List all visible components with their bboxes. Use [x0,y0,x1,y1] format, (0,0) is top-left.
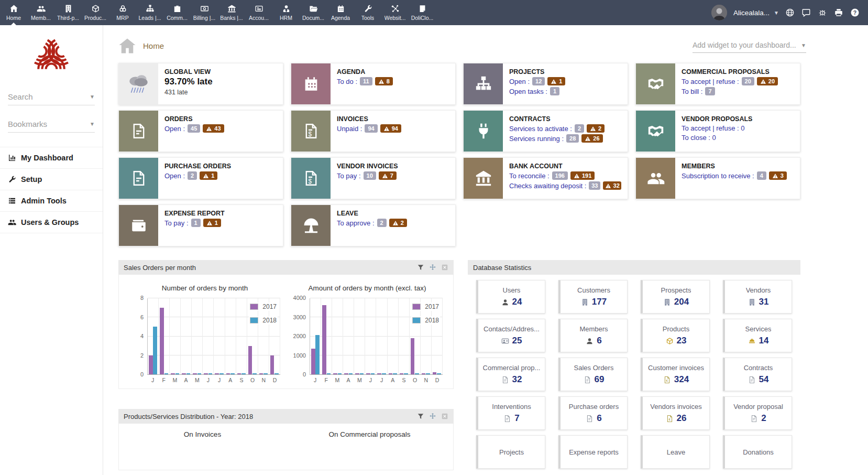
stat-card-contracts[interactable]: Contracts54 [723,358,792,391]
nav-item-hrm[interactable]: HRM [272,0,300,25]
count-badge[interactable]: 28 [566,134,579,143]
count-badge[interactable]: 2 [188,171,197,180]
filter-icon[interactable] [417,264,424,271]
stat-card-purchase-orders[interactable]: Purchase orders6 [558,396,628,430]
home-icon[interactable] [118,38,136,54]
warning-badge[interactable]: 1 [200,171,217,180]
widget-purchase-orders[interactable]: PURCHASE ORDERSOpen :21 [118,157,283,199]
nav-item-comm[interactable]: Comm... [163,0,191,25]
globe-icon[interactable] [785,8,795,17]
count-badge[interactable]: 196 [552,171,568,180]
warning-badge[interactable]: 26 [581,134,602,143]
printer-icon[interactable] [834,8,843,17]
nav-item-produc[interactable]: Produc... [82,0,109,25]
count-badge[interactable]: 10 [364,171,376,180]
nav-item-doliclo[interactable]: DoliClo... [409,0,436,25]
nav-item-mrp[interactable]: MRP [109,0,136,25]
stat-card-services[interactable]: Services14 [723,319,792,352]
close-icon[interactable] [441,413,448,420]
count-badge[interactable]: 11 [360,77,372,85]
add-widget-select[interactable]: Add widget to your dashboard... ▼ [693,41,806,53]
count-badge[interactable]: 94 [365,124,377,133]
stat-card-expense-reports[interactable]: Expense reports [558,435,628,469]
stat-card-commercial-prop[interactable]: Commercial prop...32 [476,358,545,391]
stat-card-vendors-invoices[interactable]: Vendors invoices€26 [641,396,710,430]
warning-badge[interactable]: 1 [547,77,565,85]
sidebar-item-setup[interactable]: Setup [0,169,103,190]
stat-card-customers[interactable]: Customers177 [558,280,628,314]
warning-badge[interactable]: 20 [757,77,778,85]
widget-global-view[interactable]: GLOBAL VIEW93.70% late431 late [118,63,283,105]
stat-card-products[interactable]: Products23 [641,319,710,352]
warning-badge[interactable]: 2 [389,219,407,227]
nav-item-billing[interactable]: Billing |... [191,0,218,25]
widget-leave[interactable]: LEAVETo approve :22 [291,204,456,246]
stat-card-vendors[interactable]: Vendors31 [723,280,792,314]
count-badge[interactable]: 20 [742,77,754,85]
widget-vendor-proposals[interactable]: VENDOR PROPOSALSTo accept | refuse : 0To… [635,110,800,152]
chevron-down-icon[interactable]: ▼ [774,10,779,16]
search-select[interactable]: Search ▼ [8,92,95,105]
stat-card-leave[interactable]: Leave [641,435,710,469]
filter-icon[interactable] [417,413,424,420]
warning-badge[interactable]: 191 [570,171,595,180]
widget-invoices[interactable]: $INVOICESUnpaid :9494 [291,110,456,152]
nav-item-accou[interactable]: Accou... [245,0,272,25]
count-badge[interactable]: 2 [575,124,584,133]
stat-card-customer-invoices[interactable]: Customer invoices€324 [641,358,710,391]
count-badge[interactable]: 4 [757,171,766,180]
warning-badge[interactable]: 94 [380,124,401,133]
nav-item-home[interactable]: Home [0,0,27,25]
warning-badge[interactable]: 2 [587,124,605,133]
count-badge[interactable]: 33 [589,181,600,190]
stat-card-donations[interactable]: Donations [723,435,792,469]
move-icon[interactable] [429,264,436,271]
bug-icon[interactable] [818,8,827,17]
count-badge[interactable]: 2 [377,219,387,227]
chat-icon[interactable] [801,8,811,17]
bookmarks-select[interactable]: Bookmarks ▼ [8,120,95,133]
count-badge[interactable]: 1 [550,87,559,95]
widget-projects[interactable]: PROJECTSOpen :121Open tasks :1 [463,63,628,105]
count-badge[interactable]: 12 [532,77,545,85]
sidebar-item-admin-tools[interactable]: Admin Tools [0,190,103,212]
nav-item-websit[interactable]: Websit... [381,0,409,25]
stat-card-projects[interactable]: Projects [476,435,545,469]
widget-contracts[interactable]: CONTRACTSServices to activate :22Service… [463,110,628,152]
user-name[interactable]: Alicealala... [733,9,770,17]
stat-card-users[interactable]: Users24 [476,280,545,314]
count-badge[interactable]: 45 [188,124,200,133]
nav-item-banks[interactable]: Banks |... [218,0,245,25]
widget-commercial-proposals[interactable]: COMMERCIAL PROPOSALSTo accept | refuse :… [635,63,800,105]
nav-item-memb[interactable]: Memb... [27,0,54,25]
stat-card-members[interactable]: Members6 [558,319,628,352]
widget-expense-report[interactable]: EXPENSE REPORTTo pay :11 [118,204,283,246]
close-icon[interactable] [441,264,448,271]
widget-vendor-invoices[interactable]: $VENDOR INVOICESTo pay :107 [291,157,456,199]
stat-card-contacts-addres[interactable]: Contacts/Addres...25 [476,319,545,352]
nav-item-leads[interactable]: Leads |... [136,0,163,25]
warning-badge[interactable]: 3 [769,171,787,180]
widget-orders[interactable]: ORDERSOpen :4543 [118,110,283,152]
stat-card-sales-orders[interactable]: Sales Orders69 [558,358,628,391]
move-icon[interactable] [429,413,436,420]
nav-item-tools[interactable]: Tools [354,0,381,25]
sidebar-item-my-dashboard[interactable]: My Dashboard [0,147,103,169]
warning-badge[interactable]: 1 [203,219,221,227]
sidebar-item-users-groups[interactable]: Users & Groups [0,212,103,233]
count-badge[interactable]: 1 [191,219,201,227]
warning-badge[interactable]: 32 [603,181,621,190]
stat-card-prospects[interactable]: Prospects204 [641,280,710,314]
avatar[interactable] [711,5,727,20]
warning-badge[interactable]: 8 [375,77,393,85]
help-icon[interactable]: ? [850,8,860,17]
count-badge[interactable]: 7 [705,87,715,95]
nav-item-agenda[interactable]: Agenda [327,0,354,25]
warning-badge[interactable]: 7 [379,171,397,180]
nav-item-third-p[interactable]: Third-p... [54,0,82,25]
stat-card-vendor-proposal[interactable]: Vendor proposal2 [723,396,792,430]
nav-item-docum[interactable]: Docum... [300,0,327,25]
stat-card-interventions[interactable]: Interventions7 [476,396,545,430]
widget-agenda[interactable]: AGENDATo do :118 [291,63,456,105]
widget-bank-account[interactable]: BANK ACCOUNTTo reconcile :196191Checks a… [463,157,628,199]
